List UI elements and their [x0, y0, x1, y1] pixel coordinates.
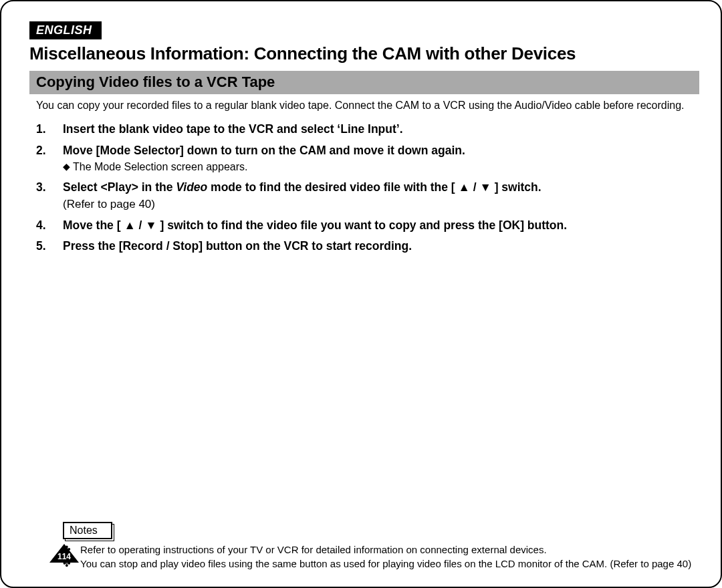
section-subtitle: Copying Video files to a VCR Tape [29, 71, 699, 94]
page-number: 114 [49, 552, 79, 561]
step-text-italic: Video [176, 180, 207, 194]
intro-text: You can copy your recorded files to a re… [36, 98, 693, 113]
note-item: You can stop and play video files using … [63, 557, 693, 571]
language-badge: ENGLISH [29, 21, 102, 39]
step-text-fragment: Select <Play> in the [63, 180, 176, 194]
step-text: Move the [ ▲ / ▼ ] switch to find the vi… [63, 218, 567, 232]
step-reference: (Refer to page 40) [63, 197, 699, 212]
step-text: Select <Play> in the Video mode to find … [63, 180, 542, 194]
step-item: Press the [Record / Stop] button on the … [36, 239, 699, 255]
manual-page: ENGLISH Miscellaneous Information: Conne… [0, 0, 722, 588]
page-title: Miscellaneous Information: Connecting th… [29, 43, 699, 64]
step-item: Move the [ ▲ / ▼ ] switch to find the vi… [36, 218, 699, 234]
step-subtext: ◆The Mode Selection screen appears. [63, 160, 699, 174]
step-item: Select <Play> in the Video mode to find … [36, 180, 699, 212]
step-item: Move [Mode Selector] down to turn on the… [36, 143, 699, 174]
steps-list: Insert the blank video tape to the VCR a… [36, 122, 699, 255]
notes-list: Refer to operating instructions of your … [63, 543, 693, 570]
step-text-fragment: mode to find the desired video file with… [207, 180, 541, 194]
diamond-icon: ◆ [63, 160, 70, 173]
step-text: Move [Mode Selector] down to turn on the… [63, 144, 465, 157]
note-item: Refer to operating instructions of your … [63, 543, 693, 557]
notes-label: Notes [63, 522, 112, 539]
step-text: Press the [Record / Stop] button on the … [63, 239, 412, 253]
step-item: Insert the blank video tape to the VCR a… [36, 122, 699, 138]
step-sub-label: The Mode Selection screen appears. [73, 161, 247, 172]
notes-area: Notes Refer to operating instructions of… [29, 522, 699, 571]
step-text: Insert the blank video tape to the VCR a… [63, 122, 403, 136]
